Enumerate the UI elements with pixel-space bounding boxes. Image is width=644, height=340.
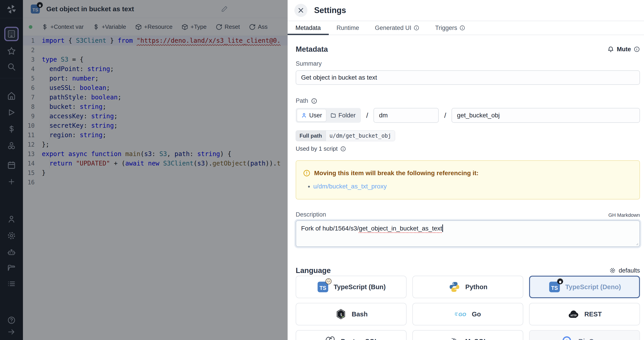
tab-metadata[interactable]: Metadata [288, 21, 329, 35]
owner-kind-folder-button[interactable]: Folder [326, 109, 360, 122]
info-icon [414, 25, 419, 31]
metadata-heading: Metadata [296, 45, 328, 54]
used-by-text: Used by 1 script [296, 145, 338, 152]
path-owner-input[interactable]: dm [374, 108, 439, 123]
bell-icon [607, 46, 614, 52]
language-option-typescript-bun[interactable]: TSTypeScript (Bun) [296, 276, 406, 298]
summary-label: Summary [296, 60, 640, 67]
gear-icon [609, 267, 616, 274]
mute-button[interactable]: Mute [607, 46, 640, 53]
path-separator: / [439, 111, 452, 120]
python-icon [448, 281, 461, 293]
language-heading: Language [296, 266, 331, 275]
description-label: Description [296, 211, 326, 218]
tab-generated-ui[interactable]: Generated UI [367, 21, 427, 35]
user-icon [301, 112, 307, 118]
full-path-value: u/dm/get_bucket_obj [326, 131, 395, 141]
language-option-postgresql[interactable]: PostgreSQL [296, 330, 406, 340]
gh-markdown-hint: GH Markdown [608, 212, 640, 218]
language-option-go[interactable]: GOGo [412, 303, 523, 326]
svg-text:TS: TS [320, 285, 326, 291]
language-option-typescript-deno[interactable]: TSTypeScript (Deno) [529, 276, 640, 298]
warning-link-list: u/dm/bucket_as_txt_proxy [313, 183, 633, 190]
language-option-bigquery[interactable]: BigQuery [529, 330, 640, 340]
info-icon [634, 46, 640, 52]
warning-list-item: u/dm/bucket_as_txt_proxy [313, 183, 633, 190]
close-icon[interactable] [294, 4, 308, 17]
alert-circle-icon [303, 169, 310, 177]
svg-text:HTTP: HTTP [570, 314, 576, 317]
owner-kind-user-button[interactable]: User [297, 109, 326, 122]
info-icon[interactable] [340, 146, 346, 152]
summary-input[interactable]: Get object in bucket as text [296, 70, 640, 85]
ts-bun-icon: TS [316, 281, 329, 293]
referencing-script-link[interactable]: u/dm/bucket_as_txt_proxy [313, 183, 387, 190]
settings-tabs: MetadataRuntimeGenerated UITriggers [288, 21, 644, 35]
folder-icon [330, 112, 336, 118]
drawer-backdrop[interactable] [0, 0, 288, 340]
move-warning-box: Moving this item will break the followin… [296, 160, 640, 200]
language-option-rest[interactable]: HTTPREST [529, 303, 640, 326]
language-grid: TSTypeScript (Bun)PythonTSTypeScript (De… [296, 276, 640, 340]
full-path-label: Full path [296, 131, 326, 141]
svg-text:TS: TS [551, 285, 558, 291]
language-option-mysql[interactable]: MySQLMySQL [412, 330, 523, 340]
resize-grip-icon[interactable] [634, 242, 638, 246]
owner-kind-toggle: User Folder [296, 108, 361, 123]
rest-icon: HTTP [567, 308, 580, 320]
svg-text:$: $ [340, 312, 342, 317]
description-textarea[interactable]: Fork of hub/1564/s3/get_object_in_bucket… [296, 220, 640, 247]
metadata-content: Metadata Mute Summary Get object in buck… [288, 45, 644, 340]
svg-text:GO: GO [458, 312, 466, 317]
info-icon[interactable] [311, 98, 317, 104]
bash-icon: $ [334, 308, 347, 320]
path-label: Path [296, 97, 308, 104]
path-separator: / [361, 111, 374, 120]
tab-runtime[interactable]: Runtime [329, 21, 367, 35]
ts-deno-icon: TS [548, 281, 561, 293]
language-defaults-button[interactable]: defaults [609, 267, 640, 274]
settings-drawer: Settings MetadataRuntimeGenerated UITrig… [288, 0, 644, 340]
info-icon [460, 25, 465, 31]
settings-header: Settings [288, 0, 644, 21]
postgresql-icon [324, 335, 336, 340]
tab-triggers[interactable]: Triggers [427, 21, 473, 35]
go-icon: GO [455, 308, 467, 320]
path-name-input[interactable]: get_bucket_obj [452, 108, 640, 123]
language-option-python[interactable]: Python [412, 276, 523, 298]
mysql-icon: MySQL [448, 335, 461, 340]
warning-title: Moving this item will break the followin… [314, 170, 478, 177]
full-path-badge: Full path u/dm/get_bucket_obj [296, 130, 395, 141]
language-option-bash[interactable]: $Bash [296, 303, 406, 326]
bigquery-icon [561, 335, 574, 340]
text-cursor [442, 224, 443, 232]
app-window: TS Get object in bucket as text +Context… [0, 0, 644, 340]
settings-title: Settings [314, 6, 346, 15]
